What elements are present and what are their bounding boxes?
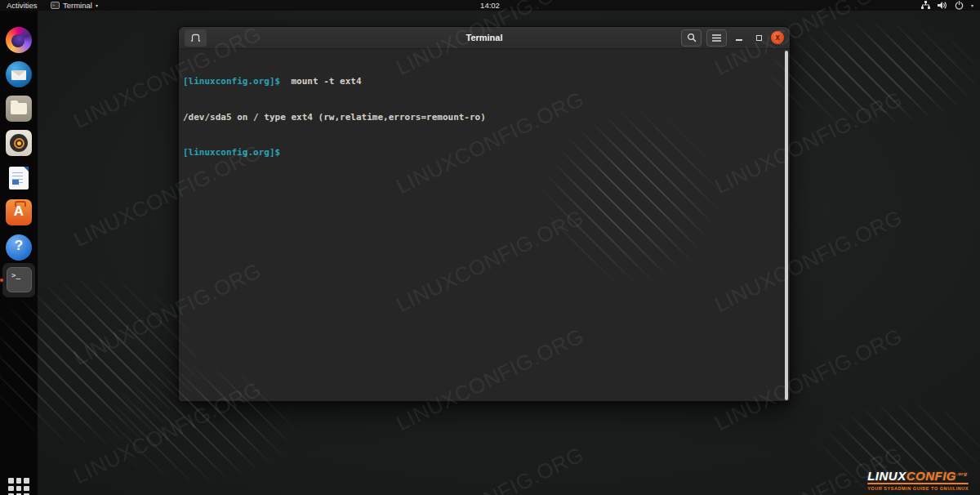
dock: A ? >_ bbox=[0, 11, 38, 495]
logo-wordmark: LINUXCONFIG.org bbox=[867, 468, 969, 482]
diagonal-streaks bbox=[764, 20, 980, 127]
dock-item-rhythmbox[interactable] bbox=[6, 130, 32, 156]
logo-rule bbox=[867, 483, 969, 484]
libreoffice-writer-icon bbox=[6, 165, 32, 191]
maximize-button[interactable] bbox=[751, 30, 766, 45]
maximize-icon bbox=[756, 35, 762, 41]
close-icon: x bbox=[775, 33, 780, 42]
window-header[interactable]: Terminal x bbox=[179, 27, 790, 49]
clock[interactable]: 14:02 bbox=[0, 1, 980, 10]
top-bar: Activities > Terminal ▾ 14:02 ▾ bbox=[0, 0, 980, 11]
terminal-content[interactable]: [linuxconfig.org]$ mount -t ext4 /dev/sd… bbox=[179, 49, 790, 402]
logo-tagline: YOUR SYSADMIN GUIDE TO GNU/LINUX bbox=[867, 486, 969, 491]
terminal-line: [linuxconfig.org]$ bbox=[183, 147, 782, 159]
scrollbar[interactable] bbox=[785, 51, 788, 400]
dock-item-files[interactable] bbox=[6, 96, 32, 122]
terminal-line: /dev/sda5 on / type ext4 (rw,relatime,er… bbox=[183, 112, 782, 124]
thunderbird-icon bbox=[6, 61, 32, 87]
dock-item-terminal[interactable]: >_ bbox=[7, 267, 32, 292]
watermark-text: LINUXCONFIG.ORG bbox=[392, 442, 588, 495]
help-icon: ? bbox=[6, 234, 32, 261]
system-tray[interactable]: ▾ bbox=[921, 1, 973, 10]
search-icon bbox=[687, 33, 697, 42]
network-icon bbox=[921, 1, 930, 10]
minimize-icon bbox=[736, 39, 742, 41]
terminal-line: [linuxconfig.org]$ mount -t ext4 bbox=[183, 76, 782, 88]
desktop: Activities > Terminal ▾ 14:02 ▾ bbox=[0, 0, 980, 495]
show-applications-button[interactable] bbox=[8, 478, 29, 495]
menu-button[interactable] bbox=[706, 29, 727, 47]
files-icon bbox=[6, 96, 32, 122]
running-indicator-dot bbox=[0, 279, 3, 282]
volume-icon bbox=[938, 1, 947, 10]
dock-item-firefox[interactable] bbox=[6, 27, 32, 53]
rhythmbox-icon bbox=[6, 130, 32, 156]
dock-item-help[interactable]: ? bbox=[6, 234, 32, 261]
search-button[interactable] bbox=[681, 29, 702, 47]
dock-item-libreoffice-writer[interactable] bbox=[6, 165, 32, 191]
terminal-window: Terminal x bbox=[178, 26, 791, 402]
tray-chevron-down-icon: ▾ bbox=[971, 2, 973, 8]
linuxconfig-logo: LINUXCONFIG.org YOUR SYSADMIN GUIDE TO G… bbox=[867, 468, 969, 491]
terminal-icon: >_ bbox=[11, 271, 20, 279]
dock-item-ubuntu-software[interactable]: A bbox=[6, 199, 32, 225]
close-button[interactable]: x bbox=[771, 31, 784, 44]
ubuntu-software-icon: A bbox=[6, 199, 32, 225]
dock-item-thunderbird[interactable] bbox=[6, 61, 32, 87]
firefox-icon bbox=[6, 27, 32, 53]
power-icon bbox=[955, 1, 964, 10]
minimize-button[interactable] bbox=[732, 30, 746, 45]
hamburger-menu-icon bbox=[712, 34, 721, 42]
